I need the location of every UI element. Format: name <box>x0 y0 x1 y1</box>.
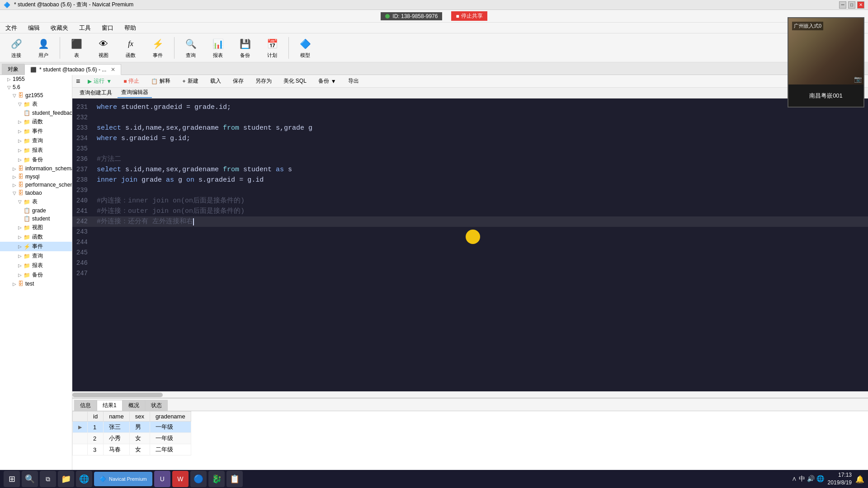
table-row[interactable]: ▶ 1 张三 男 一年级 <box>73 422 191 433</box>
sidebar-item-taobao-table[interactable]: ▽ 📁 表 <box>0 197 72 206</box>
time: 17:13 <box>828 471 852 479</box>
tab-objects[interactable]: 对象 <box>2 64 24 75</box>
col-id[interactable]: id <box>88 412 104 422</box>
camera-icon: 📷 <box>854 75 862 83</box>
video-overlay: 广州嵌入式0 📷 南昌粤嵌001 <box>788 17 864 108</box>
tool-model[interactable]: 🔷 模型 <box>292 35 318 61</box>
taskbar-file-explorer[interactable]: 📁 <box>58 471 74 487</box>
bottom-tab-info[interactable]: 信息 <box>74 400 97 411</box>
sidebar-item-taobao-backup[interactable]: ▷ 📁 备份 <box>0 270 72 280</box>
user-icon: 👤 <box>36 37 51 51</box>
sidebar-item-info-schema[interactable]: ▷ 🗄 information_schema <box>0 164 72 173</box>
sidebar-item-taobao-func[interactable]: ▷ 📁 函数 <box>0 232 72 242</box>
horizontal-scrollbar[interactable] <box>72 391 868 398</box>
code-line-246: 246 <box>72 258 868 268</box>
bottom-tab-status[interactable]: 状态 <box>145 400 168 411</box>
close-button[interactable]: ✕ <box>857 1 864 9</box>
stop-share-button[interactable]: ■ 停止共享 <box>451 11 487 21</box>
tool-query[interactable]: 🔍 查询 <box>178 35 203 61</box>
insert-button[interactable]: 载入 <box>206 76 225 86</box>
sidebar-item-1955[interactable]: ▷ 1955 <box>0 75 72 83</box>
start-button[interactable]: ⊞ <box>4 471 20 487</box>
row-indicator <box>73 433 88 444</box>
menu-edit[interactable]: 编辑 <box>26 24 42 32</box>
sub-tab-create[interactable]: 查询创建工具 <box>76 88 116 98</box>
tool-schedule[interactable]: 📅 计划 <box>259 35 285 61</box>
sidebar: ▷ 1955 ▽ 5.6 ▽ 🗄 gz1955 ▽ 📁 表 📋 student_… <box>0 75 72 488</box>
taskbar-left: ⊞ 🔍 ⧉ 📁 🌐 🔷 Navicat Premium U W 🔵 🐉 📋 <box>4 471 243 487</box>
code-line-232: 232 <box>72 113 868 123</box>
menu-file[interactable]: 文件 <box>4 24 19 32</box>
sidebar-item-56[interactable]: ▽ 5.6 <box>0 83 72 91</box>
sidebar-item-gz1955[interactable]: ▽ 🗄 gz1955 <box>0 91 72 99</box>
bottom-tab-overview[interactable]: 概况 <box>123 400 145 411</box>
menu-window[interactable]: 窗口 <box>100 24 115 32</box>
tool-connect[interactable]: 🔗 连接 <box>4 35 29 61</box>
sidebar-item-taobao-view[interactable]: ▷ 📁 视图 <box>0 223 72 232</box>
taskbar-dragon[interactable]: 🐉 <box>208 471 225 487</box>
taskbar-browser-ie[interactable]: 🌐 <box>76 471 92 487</box>
scrollbar-thumb[interactable] <box>72 393 163 397</box>
backup-icon: 💾 <box>238 37 252 51</box>
sidebar-item-gz1955-report[interactable]: ▷ 📁 报表 <box>0 145 72 155</box>
sidebar-item-gz1955-table[interactable]: ▽ 📁 表 <box>0 99 72 109</box>
sidebar-item-taobao-report[interactable]: ▷ 📁 报表 <box>0 261 72 270</box>
export-button[interactable]: 导出 <box>344 76 363 86</box>
menu-favorites[interactable]: 收藏夹 <box>49 24 70 32</box>
sidebar-item-taobao-query[interactable]: ▷ 📁 查询 <box>0 251 72 261</box>
explain-button[interactable]: 📋 解释 <box>147 76 175 86</box>
sidebar-item-student-feedback[interactable]: 📋 student_feedback <box>0 109 72 117</box>
notification-icon[interactable]: 🔔 <box>855 475 864 483</box>
menu-tools[interactable]: 工具 <box>77 24 93 32</box>
sidebar-item-test[interactable]: ▷ 🗄 test <box>0 280 72 288</box>
col-gradename[interactable]: gradename <box>150 412 191 422</box>
sidebar-item-gz1955-query[interactable]: ▷ 📁 查询 <box>0 136 72 145</box>
run-button[interactable]: ▶ 运行 ▼ <box>84 76 116 86</box>
code-line-233: 233 select s.id,name,sex,gradename from … <box>72 123 868 133</box>
taskbar-clipboard[interactable]: 📋 <box>226 471 243 487</box>
table-row[interactable]: 2 小秀 女 一年级 <box>73 433 191 444</box>
tool-user[interactable]: 👤 用户 <box>31 35 56 61</box>
save-as-button[interactable]: 另存为 <box>251 76 276 86</box>
sidebar-item-gz1955-backup[interactable]: ▷ 📁 备份 <box>0 155 72 164</box>
sidebar-item-taobao[interactable]: ▽ 🗄 taobao <box>0 189 72 197</box>
sidebar-item-gz1955-func[interactable]: ▷ 📁 函数 <box>0 117 72 127</box>
tool-function[interactable]: fx 函数 <box>118 35 143 61</box>
tool-report[interactable]: 📊 报表 <box>205 35 231 61</box>
beautify-button[interactable]: 美化 SQL <box>279 76 311 86</box>
taskbar-navicat[interactable]: 🔷 Navicat Premium <box>94 472 152 486</box>
sidebar-item-gz1955-event[interactable]: ▷ 📁 事件 <box>0 127 72 136</box>
code-editor[interactable]: 231 where student.gradeid = grade.id; 23… <box>72 99 868 391</box>
taskbar-chrome[interactable]: 🔵 <box>190 471 207 487</box>
new-query-button[interactable]: + 新建 <box>178 76 202 86</box>
sidebar-item-taobao-event[interactable]: ▷ ⚡ 事件 <box>0 242 72 251</box>
task-view-button[interactable]: ⧉ <box>40 471 56 487</box>
save-button[interactable]: 保存 <box>229 76 248 86</box>
tab-query[interactable]: ⬛ * student @taobao (5.6) - ... ✕ <box>24 64 121 75</box>
sidebar-item-mysql[interactable]: ▷ 🗄 mysql <box>0 173 72 181</box>
sidebar-item-grade[interactable]: 📋 grade <box>0 206 72 215</box>
sidebar-item-performance[interactable]: ▷ 🗄 performance_schema <box>0 181 72 189</box>
sub-tab-editor[interactable]: 查询编辑器 <box>118 88 152 98</box>
toolbar-divider-1 <box>60 37 60 59</box>
sidebar-item-student[interactable]: 📋 student <box>0 215 72 223</box>
tool-backup[interactable]: 💾 备份 <box>232 35 258 61</box>
tool-view[interactable]: 👁 视图 <box>91 35 116 61</box>
taskbar-utools[interactable]: U <box>154 471 170 487</box>
tab-close-icon[interactable]: ✕ <box>111 66 115 73</box>
row-indicator <box>73 444 88 455</box>
backup-query-button[interactable]: 备份 ▼ <box>314 76 340 86</box>
bottom-tab-result1[interactable]: 结果1 <box>97 400 123 411</box>
minimize-button[interactable]: ─ <box>839 1 846 9</box>
taskbar-wps[interactable]: W <box>172 471 189 487</box>
event-icon: ⚡ <box>151 37 165 51</box>
tool-table[interactable]: ⬛ 表 <box>64 35 89 61</box>
search-taskbar[interactable]: 🔍 <box>22 471 38 487</box>
maximize-button[interactable]: □ <box>848 1 855 9</box>
menu-help[interactable]: 帮助 <box>123 24 138 32</box>
col-sex[interactable]: sex <box>129 412 150 422</box>
table-row[interactable]: 3 马春 女 二年级 <box>73 444 191 455</box>
tool-event[interactable]: ⚡ 事件 <box>145 35 170 61</box>
stop-query-button[interactable]: ■ 停止 <box>119 76 143 86</box>
col-name[interactable]: name <box>104 412 130 422</box>
